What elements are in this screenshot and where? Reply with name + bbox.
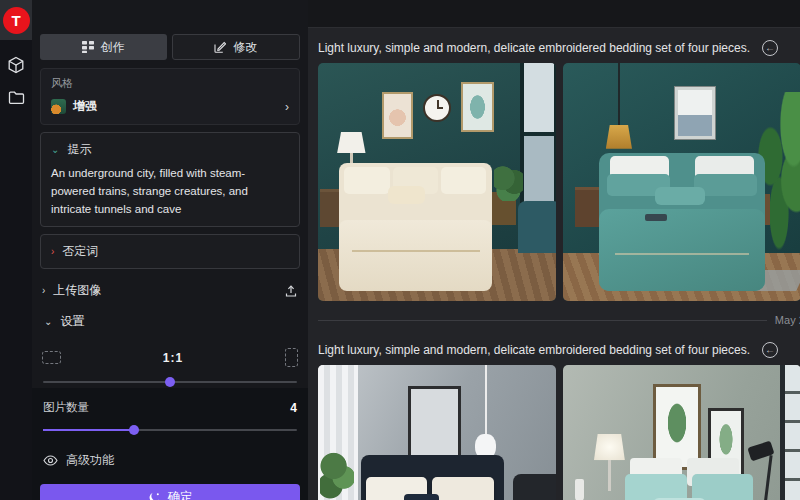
cube-icon[interactable] [7,56,25,74]
armchair [513,474,556,500]
table-lamp [594,434,625,460]
pendant-cord [485,365,487,436]
date-label: May 24, [775,314,800,326]
logo-avatar[interactable]: T [3,7,30,34]
duvet-trim [352,250,480,252]
eye-icon [43,455,58,466]
tab-create[interactable]: 创作 [40,34,167,60]
pillow [432,477,494,500]
negative-label: 否定词 [62,243,98,260]
duvet [339,220,491,292]
duvet [599,209,766,292]
plant [320,446,353,500]
gallery: Light luxury, simple and modern, delicat… [308,0,800,500]
pillow [388,186,425,204]
settings-section: ⌄ 设置 1:1 图片数量 4 [40,305,300,471]
prompt-input[interactable]: An underground city, filled with steam-p… [51,165,289,218]
plant [494,163,523,201]
accent-pillow [404,494,440,500]
caption-row: Light luxury, simple and modern, delicat… [318,40,790,56]
vase [575,479,585,500]
upload-label: 上传图像 [53,282,101,299]
bed [339,163,491,292]
picture-frame [653,384,701,470]
generation-caption: Light luxury, simple and modern, delicat… [318,41,750,55]
lamp [337,132,366,153]
count-slider-fill [43,429,134,431]
caption-row: Light luxury, simple and modern, delicat… [318,342,790,358]
upload-section[interactable]: › 上传图像 [40,278,300,303]
chevron-right-icon[interactable]: › [42,285,45,296]
landscape-ratio-icon[interactable] [42,351,61,364]
pendant-lamp [606,125,632,149]
pillow [441,167,485,194]
reuse-prompt-icon[interactable]: ← [762,40,778,56]
chevron-down-icon[interactable]: ⌄ [44,316,52,327]
generated-image-2[interactable] [563,63,800,301]
picture-frame [382,92,413,140]
mode-tabs: 创作 修改 [40,34,300,60]
count-slider[interactable] [43,425,297,435]
ratio-value: 1:1 [61,351,285,365]
tab-create-label: 创作 [101,39,125,56]
settings-label: 设置 [60,313,84,330]
pillow [692,474,754,500]
window [780,365,800,500]
pillow [344,167,390,194]
pendant-cord [618,63,620,125]
picture-frame [675,87,715,139]
lamp-stem [608,460,611,491]
ratio-slider[interactable] [43,377,297,387]
grid-icon [82,41,94,53]
picture-frame [408,386,460,457]
negative-section[interactable]: › 否定词 [40,234,300,269]
window [520,63,556,211]
folder-icon[interactable] [8,90,25,105]
style-value: 增强 [73,98,97,115]
generated-image-1[interactable] [318,63,556,301]
edit-icon [214,41,226,53]
confirm-label: 确定 [168,489,193,500]
confirm-button[interactable]: 确定 [40,484,300,500]
tab-modify-label: 修改 [233,39,257,56]
tab-modify[interactable]: 修改 [172,34,301,60]
divider-line [318,320,767,321]
count-slider-thumb[interactable] [129,425,139,435]
advanced-label: 高级功能 [66,452,114,469]
reuse-prompt-icon[interactable]: ← [762,342,778,358]
image-row [308,365,800,500]
bed [599,153,766,291]
ratio-slider-thumb[interactable] [165,377,175,387]
pillow [655,187,705,205]
prompt-label: 提示 [67,141,91,158]
settings-header[interactable]: ⌄ 设置 [42,309,298,334]
app-window: T 创作 [0,0,800,500]
chevron-down-icon[interactable]: ⌄ [51,144,59,155]
date-divider: May 24, [318,314,800,326]
picture-frame [461,82,494,132]
book [645,214,667,221]
prompt-section[interactable]: ⌄ 提示 An underground city, filled with st… [40,132,300,227]
generated-image-3[interactable] [318,365,556,500]
left-rail: T [0,0,32,500]
count-value: 4 [290,401,297,415]
duvet-trim [615,253,748,255]
moon-icon [148,491,161,500]
chevron-right-icon[interactable]: › [51,246,54,257]
portrait-ratio-icon[interactable] [285,348,298,367]
advanced-features[interactable]: 高级功能 [43,452,297,469]
generated-image-4[interactable] [563,365,800,500]
upload-icon[interactable] [284,284,298,298]
style-label: 风格 [51,76,289,91]
style-section[interactable]: 风格 增强 › [40,68,300,125]
image-row [308,63,800,301]
control-panel: 创作 修改 风格 增强 › ⌄ 提示 An un [32,0,308,500]
armchair [518,201,556,253]
count-label: 图片数量 [43,400,89,415]
generation-caption: Light luxury, simple and modern, delicat… [318,343,750,357]
style-thumbnail [51,99,66,114]
chevron-right-icon[interactable]: › [285,100,289,114]
rail-top: T [0,0,32,40]
pillow [625,474,687,500]
